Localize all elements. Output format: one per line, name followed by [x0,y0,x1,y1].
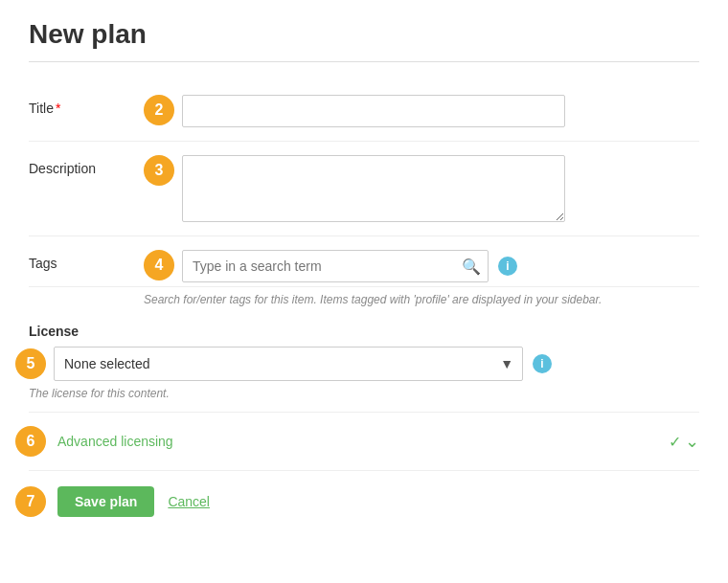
tags-hint: Search for/enter tags for this item. Ite… [144,287,699,310]
title-row: Title* 2 [29,81,699,142]
advanced-licensing-row[interactable]: 6 Advanced licensing ✓ ⌄ [29,413,699,471]
advanced-licensing-label: Advanced licensing [54,434,669,449]
title-label: Title* [29,95,144,116]
license-select[interactable]: None selected Creative Commons Attributi… [54,347,523,381]
step-5-badge: 5 [15,348,46,379]
description-label: Description [29,155,144,176]
actions-row: 7 Save plan Cancel [29,471,699,532]
tags-search-wrapper: 🔍 [182,250,489,282]
title-divider [29,61,699,62]
license-hint: The license for this content. [29,381,699,408]
license-label: License [29,324,699,339]
license-info-icon[interactable]: i [533,354,552,373]
tags-search-input[interactable] [182,250,489,282]
page-title: New plan [29,19,699,50]
required-indicator: * [56,101,60,116]
description-row: Description 3 [29,142,699,236]
step-3-badge: 3 [144,155,174,186]
chevron-down-icon: ⌄ [685,431,699,452]
cancel-link[interactable]: Cancel [168,494,210,509]
tags-label: Tags [29,250,144,271]
advanced-chevron-icon: ✓ [669,433,681,451]
tags-row: Tags 4 🔍 i [29,236,699,287]
step-7-badge: 7 [15,486,46,517]
step-4-badge: 4 [144,250,174,280]
license-select-row: 5 None selected Creative Commons Attribu… [29,347,699,381]
save-button[interactable]: Save plan [57,486,154,517]
tags-info-icon[interactable]: i [498,257,517,276]
search-icon: 🔍 [462,258,481,276]
description-input[interactable] [182,155,565,222]
license-section: License 5 None selected Creative Commons… [29,310,699,413]
title-input[interactable] [182,95,565,127]
license-select-wrapper: None selected Creative Commons Attributi… [54,347,523,381]
step-6-badge: 6 [15,426,46,457]
step-2-badge: 2 [144,95,174,125]
